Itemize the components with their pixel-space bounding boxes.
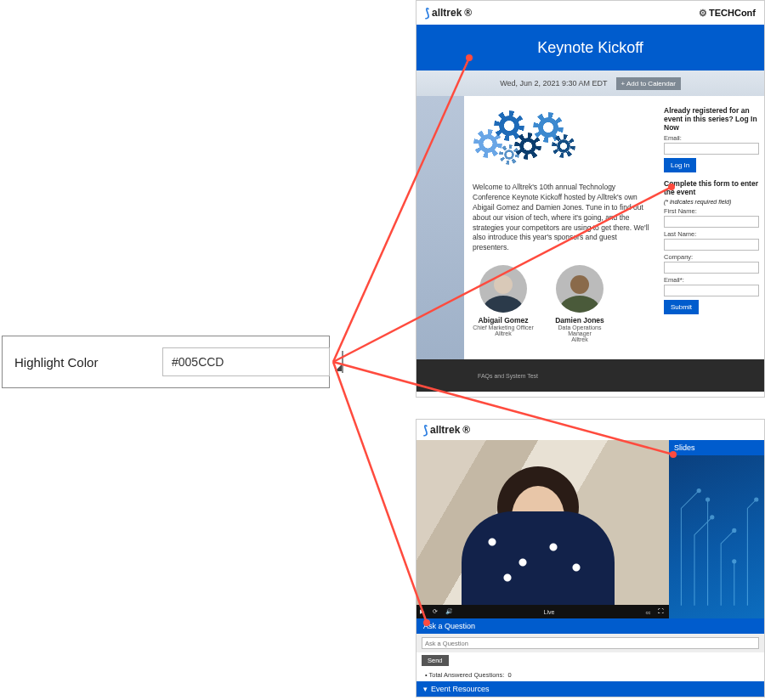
registration-preview: ⟆ alltrek ® ⚙ TECHConf Keynote Kickoff W… [416,0,765,398]
highlight-color-input[interactable] [162,347,330,376]
company-label: Company: [664,253,759,261]
speaker-org: Alltrek [473,330,534,336]
ask-question-row [416,634,764,652]
first-name-label: First Name: [664,207,759,215]
speaker-role: Data Operations Manager [549,325,610,336]
send-button[interactable]: Send [422,655,449,666]
svg-point-1 [711,516,714,519]
speaker-name: Abigail Gomez [473,316,534,325]
video-controls: ▶ ⟳ 🔊 Live ㏄ ⛶ [416,605,669,618]
resources-header[interactable]: ▾ Event Resources [416,681,764,697]
svg-point-3 [733,528,736,532]
gear-icon: ⚙ [699,8,707,19]
footer-link[interactable]: FAQs and System Test [478,373,538,379]
add-to-calendar-button[interactable]: + Add to Calendar [616,77,681,90]
slides-column: Slides [669,440,764,618]
console-topbar: ⟆ alltrek ® [416,420,764,440]
last-name-label: Last Name: [664,230,759,238]
volume-icon[interactable]: 🔊 [445,608,453,616]
event-description: Welcome to Alltrek's 10th annual Technol… [473,183,657,253]
fullscreen-icon[interactable]: ⛶ [658,608,666,616]
reg-footer: FAQs and System Test [416,359,764,392]
cc-icon[interactable]: ㏄ [645,608,653,616]
event-datetime: Wed, Jun 2, 2021 9:30 AM EDT [500,79,607,88]
total-answered-value: 0 [508,671,512,679]
last-name-input[interactable] [664,239,759,251]
play-icon[interactable]: ▶ [420,608,428,616]
login-button[interactable]: Log In [664,158,696,172]
required-note: (* indicates required field) [664,199,759,205]
refresh-icon[interactable]: ⟳ [433,608,440,616]
highlight-color-row: Highlight Color [2,336,330,388]
ask-question-input[interactable] [422,637,759,649]
login-block: Already registered for an event in this … [664,106,759,172]
login-email-input[interactable] [664,143,759,155]
console-preview: ⟆ alltrek ® ▶ ⟳ 🔊 Live ㏄ ⛶ [416,419,765,697]
presenter-body [462,511,615,605]
brand-suffix: ® [462,424,470,436]
event-meta-bar: Wed, Jun 2, 2021 9:30 AM EDT + Add to Ca… [416,71,764,96]
brand-text: alltrek [430,424,460,436]
sponsor-logo: ⚙ TECHConf [699,8,756,19]
email-label: Email*: [664,276,759,284]
avatar [556,265,604,313]
reg-main: Welcome to Alltrek's 10th annual Technol… [464,96,764,359]
resources-header-text: Event Resources [431,685,490,693]
hero-banner: Keynote Kickoff [416,25,764,71]
highlight-color-label: Highlight Color [14,355,150,370]
slides-tab[interactable]: Slides [669,440,764,455]
speaker-org: Alltrek [549,336,610,342]
gears-graphic [473,106,575,174]
register-heading: Complete this form to enter the event [664,179,759,196]
resources-list: Keynote_Kickoff_Summary.docx 2021_Techno… [416,697,764,697]
speaker-card: Damien Jones Data Operations Manager All… [549,265,610,342]
brand-logo: ⟆ alltrek ® [423,424,470,436]
total-answered-label: Total Answered Questions: [429,671,505,679]
ask-question-header: Ask a Question [416,618,764,634]
svg-point-5 [755,498,758,501]
reg-form-column: Already registered for an event in this … [664,106,764,359]
register-block: Complete this form to enter the event (*… [664,179,759,314]
svg-line-12 [333,362,427,623]
sponsor-text: TECHConf [709,8,756,18]
circuit-graphic [672,455,761,614]
brand-logo: ⟆ alltrek ® [425,7,472,19]
speaker-name: Damien Jones [549,316,610,325]
brand-text: alltrek [432,7,462,19]
svg-point-2 [706,498,710,501]
svg-point-0 [697,489,700,493]
first-name-input[interactable] [664,216,759,228]
submit-button[interactable]: Submit [664,300,699,314]
console-body: ▶ ⟳ 🔊 Live ㏄ ⛶ Slides [416,440,764,618]
speaker-card: Abigail Gomez Chief Marketing Officer Al… [473,265,534,342]
video-player[interactable] [416,440,669,605]
company-input[interactable] [664,262,759,274]
speakers-row: Abigail Gomez Chief Marketing Officer Al… [473,265,657,342]
avatar [479,265,527,313]
speaker-role: Chief Marketing Officer [473,325,534,330]
login-email-label: Email: [664,134,759,142]
reg-left-rail [416,96,464,359]
color-picker-button[interactable] [342,351,343,373]
reg-content: Welcome to Alltrek's 10th annual Technol… [473,106,657,359]
video-status: Live [544,609,555,615]
brand-suffix: ® [464,7,472,19]
login-heading: Already registered for an event in this … [664,106,759,132]
chevron-down-icon: ▾ [423,685,428,693]
svg-point-4 [733,560,736,563]
reg-body: Welcome to Alltrek's 10th annual Technol… [416,96,764,359]
video-column: ▶ ⟳ 🔊 Live ㏄ ⛶ [416,440,669,618]
reg-topbar: ⟆ alltrek ® ⚙ TECHConf [416,1,764,25]
email-input[interactable] [664,285,759,296]
hero-title: Keynote Kickoff [537,39,643,57]
total-answered-row: • Total Answered Questions: 0 [416,669,764,681]
